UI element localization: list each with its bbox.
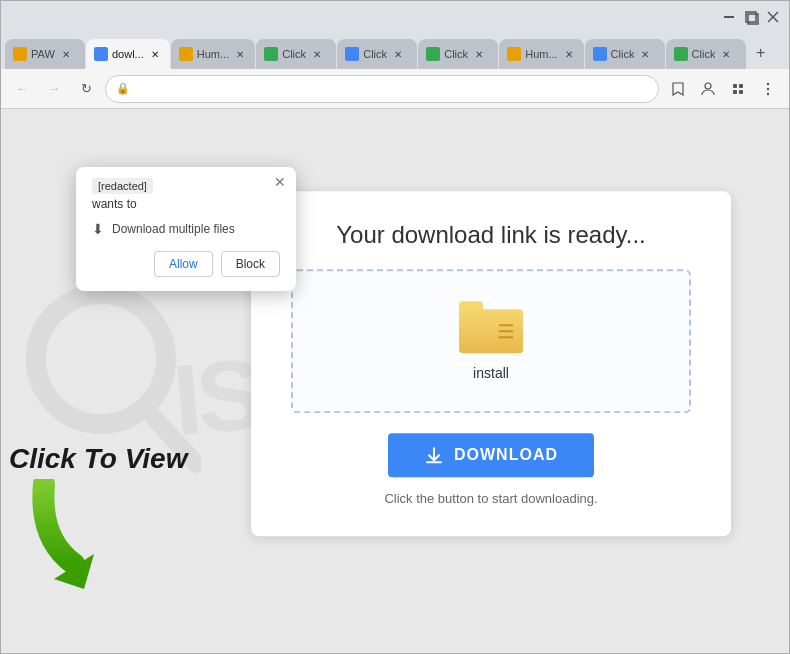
click-to-view: Click To View <box>1 443 187 593</box>
tab-favicon <box>507 47 521 61</box>
tab-favicon <box>593 47 607 61</box>
bookmark-icon[interactable] <box>665 76 691 102</box>
folder-icon <box>459 301 523 353</box>
tab-hum2[interactable]: Hum... ✕ <box>499 39 583 69</box>
tab-label: Click <box>444 48 468 60</box>
popup-site-label: [redacted] <box>92 178 153 194</box>
tab-favicon <box>264 47 278 61</box>
download-small-icon: ⬇ <box>92 221 104 237</box>
tab-label: Hum... <box>197 48 229 60</box>
address-input[interactable]: 🔒 <box>105 75 659 103</box>
download-arrow-icon <box>424 445 444 465</box>
folder-body <box>459 309 523 353</box>
browser-window: PAW ✕ dowl... ✕ Hum... ✕ Click ✕ Click ✕ <box>0 0 790 654</box>
tab-close[interactable]: ✕ <box>148 47 162 61</box>
tab-label: dowl... <box>112 48 144 60</box>
popup-actions: Allow Block <box>92 251 280 277</box>
extensions-icon[interactable] <box>725 76 751 102</box>
download-button[interactable]: DOWNLOAD <box>388 433 594 477</box>
download-button-label: DOWNLOAD <box>454 446 558 464</box>
address-bar: ← → ↻ 🔒 <box>1 69 789 109</box>
allow-button[interactable]: Allow <box>154 251 213 277</box>
popup-site: [redacted] <box>92 179 280 193</box>
download-hint: Click the button to start downloading. <box>291 491 691 506</box>
tab-close[interactable]: ✕ <box>233 47 247 61</box>
click-to-view-text: Click To View <box>9 443 187 475</box>
popup-permission-label: Download multiple files <box>112 222 235 236</box>
tab-click1[interactable]: Click ✕ <box>256 39 336 69</box>
svg-rect-0 <box>724 16 734 18</box>
tab-click5[interactable]: Click ✕ <box>666 39 746 69</box>
svg-point-12 <box>767 92 769 94</box>
menu-icon[interactable] <box>755 76 781 102</box>
toolbar-icons <box>665 76 781 102</box>
popup-close-button[interactable]: ✕ <box>274 175 286 189</box>
tab-favicon <box>674 47 688 61</box>
zip-line <box>499 336 513 338</box>
tab-favicon <box>426 47 440 61</box>
restore-icon[interactable] <box>743 9 759 25</box>
minimize-icon[interactable] <box>721 9 737 25</box>
tab-bar: PAW ✕ dowl... ✕ Hum... ✕ Click ✕ Click ✕ <box>1 33 789 69</box>
tab-favicon <box>345 47 359 61</box>
popup-wants-text: wants to <box>92 197 280 211</box>
svg-point-10 <box>767 82 769 84</box>
zip-line <box>499 324 513 326</box>
tab-close[interactable]: ✕ <box>719 47 733 61</box>
tab-close[interactable]: ✕ <box>59 47 73 61</box>
tab-click4[interactable]: Click ✕ <box>585 39 665 69</box>
tab-close[interactable]: ✕ <box>391 47 405 61</box>
new-tab-button[interactable]: + <box>747 39 775 67</box>
tab-label: Click <box>611 48 635 60</box>
download-card: Your download link is ready... install <box>251 191 731 536</box>
svg-rect-7 <box>739 84 743 88</box>
svg-rect-9 <box>739 90 743 94</box>
tab-label: Click <box>692 48 716 60</box>
close-icon[interactable] <box>765 9 781 25</box>
tab-click3[interactable]: Click ✕ <box>418 39 498 69</box>
arrow-down <box>29 479 109 593</box>
tab-label: Click <box>282 48 306 60</box>
svg-rect-6 <box>733 84 737 88</box>
tab-favicon <box>13 47 27 61</box>
tab-close[interactable]: ✕ <box>638 47 652 61</box>
tab-dowl[interactable]: dowl... ✕ <box>86 39 170 69</box>
file-box: install <box>291 269 691 413</box>
tab-close[interactable]: ✕ <box>472 47 486 61</box>
tab-click2[interactable]: Click ✕ <box>337 39 417 69</box>
permission-popup: ✕ [redacted] wants to ⬇ Download multipl… <box>76 167 296 291</box>
profile-icon[interactable] <box>695 76 721 102</box>
card-title: Your download link is ready... <box>291 221 691 249</box>
tab-favicon <box>179 47 193 61</box>
zip-line <box>499 330 513 332</box>
tab-favicon <box>94 47 108 61</box>
svg-point-5 <box>705 83 711 89</box>
tab-hum1[interactable]: Hum... ✕ <box>171 39 255 69</box>
tab-close[interactable]: ✕ <box>310 47 324 61</box>
tab-paw[interactable]: PAW ✕ <box>5 39 85 69</box>
tab-label: PAW <box>31 48 55 60</box>
svg-point-11 <box>767 87 769 89</box>
popup-permission: ⬇ Download multiple files <box>92 221 280 237</box>
refresh-button[interactable]: ↻ <box>73 76 99 102</box>
title-bar <box>1 1 789 33</box>
tab-close[interactable]: ✕ <box>562 47 576 61</box>
window-controls <box>721 9 781 25</box>
svg-rect-8 <box>733 90 737 94</box>
zip-decoration <box>499 324 513 338</box>
lock-icon: 🔒 <box>116 82 130 95</box>
file-label: install <box>473 365 509 381</box>
tab-label: Hum... <box>525 48 557 60</box>
forward-button[interactable]: → <box>41 76 67 102</box>
back-button[interactable]: ← <box>9 76 35 102</box>
block-button[interactable]: Block <box>221 251 280 277</box>
page-content: ISK4.COM ✕ [redacted] wants to ⬇ Downloa… <box>1 109 789 653</box>
tab-label: Click <box>363 48 387 60</box>
